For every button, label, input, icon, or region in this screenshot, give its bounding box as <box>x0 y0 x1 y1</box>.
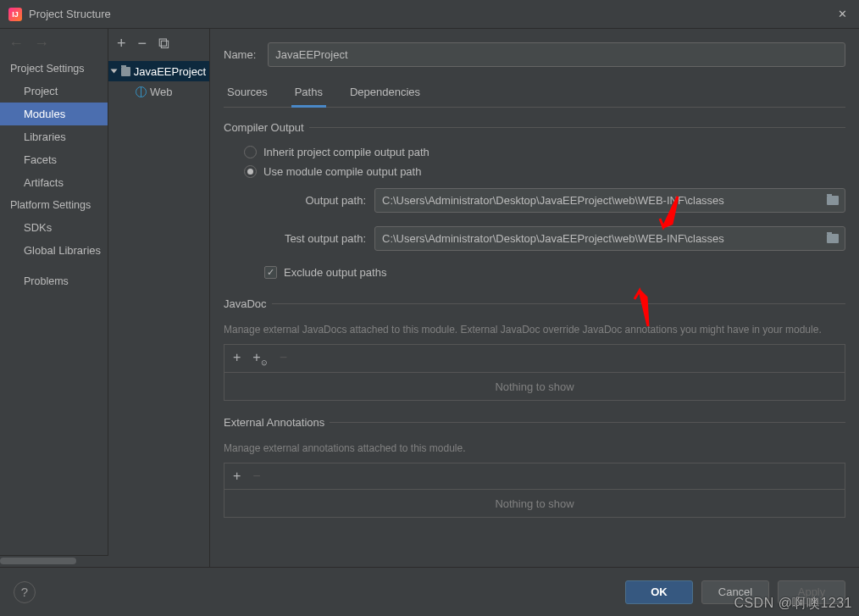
tree-node-root[interactable]: JavaEEProject <box>108 61 209 81</box>
sidebar-item-project[interactable]: Project <box>0 80 108 103</box>
external-annotations-description: Manage external annotations attached to … <box>224 441 845 456</box>
add-url-icon[interactable]: +⊙ <box>252 350 267 367</box>
tree-toolbar: + − ⧉ <box>108 29 209 58</box>
remove-icon[interactable]: − <box>280 350 287 367</box>
main-area: ← → Project Settings Project Modules Lib… <box>0 29 859 567</box>
remove-icon[interactable]: − <box>138 35 147 53</box>
module-tabs: Sources Paths Dependencies <box>224 82 845 108</box>
sidebar-item-sdks[interactable]: SDKs <box>0 216 108 239</box>
tab-dependencies[interactable]: Dependencies <box>346 82 424 107</box>
module-tree: JavaEEProject Web <box>108 58 209 105</box>
ext-annotations-list: Nothing to show <box>224 489 845 518</box>
exclude-output-checkbox[interactable]: ✓ Exclude output paths <box>224 263 845 282</box>
sidebar-heading-project-settings: Project Settings <box>0 58 108 80</box>
sidebar-item-modules[interactable]: Modules <box>0 103 108 125</box>
compiler-output-heading: Compiler Output <box>224 121 845 134</box>
tab-sources[interactable]: Sources <box>224 82 271 107</box>
add-icon[interactable]: + <box>117 35 126 53</box>
tree-node-web[interactable]: Web <box>108 81 209 102</box>
output-path-input[interactable] <box>375 189 821 212</box>
test-output-path-label: Test output path: <box>264 232 366 245</box>
sidebar-item-libraries[interactable]: Libraries <box>0 125 108 148</box>
module-editor: Name: Sources Paths Dependencies Compile… <box>210 29 859 567</box>
sidebar-scrollbar[interactable] <box>0 555 108 567</box>
tree-node-label: JavaEEProject <box>134 65 206 78</box>
browse-icon[interactable] <box>821 227 845 250</box>
settings-sidebar: ← → Project Settings Project Modules Lib… <box>0 29 108 567</box>
add-icon[interactable]: + <box>233 350 241 367</box>
window-title: Project Structure <box>29 8 834 20</box>
history-nav: ← → <box>0 29 108 58</box>
javadoc-heading: JavaDoc <box>224 297 845 310</box>
close-icon[interactable]: ✕ <box>834 8 851 20</box>
radio-module-path[interactable]: Use module compile output path <box>224 162 845 181</box>
external-annotations-heading: External Annotations <box>224 416 845 429</box>
tree-node-label: Web <box>150 86 173 98</box>
sidebar-item-problems[interactable]: Problems <box>0 270 108 292</box>
radio-label: Inherit project compile output path <box>263 146 430 158</box>
web-facet-icon <box>136 86 147 97</box>
checkbox-label: Exclude output paths <box>284 266 386 279</box>
ext-annotations-toolbar: + − <box>224 463 845 489</box>
app-logo-icon: IJ <box>8 8 22 21</box>
radio-icon <box>244 146 257 158</box>
sidebar-item-global-libraries[interactable]: Global Libraries <box>0 239 108 262</box>
module-name-input[interactable] <box>268 42 845 67</box>
remove-icon[interactable]: − <box>252 469 260 484</box>
sidebar-item-artifacts[interactable]: Artifacts <box>0 171 108 194</box>
sidebar-item-facets[interactable]: Facets <box>0 148 108 171</box>
radio-label: Use module compile output path <box>263 165 421 178</box>
browse-icon[interactable] <box>821 189 845 212</box>
forward-icon[interactable]: → <box>34 35 49 53</box>
help-button[interactable]: ? <box>14 581 36 603</box>
name-label: Name: <box>224 48 256 61</box>
javadoc-list: Nothing to show <box>224 372 845 401</box>
add-icon[interactable]: + <box>233 469 241 484</box>
dialog-button-bar: ? OK Cancel Apply <box>0 567 859 616</box>
back-icon[interactable]: ← <box>8 35 24 53</box>
tab-paths[interactable]: Paths <box>291 82 326 108</box>
watermark: CSDN @啊噢1231 <box>734 595 852 613</box>
expand-icon[interactable] <box>111 69 118 74</box>
radio-inherit-path[interactable]: Inherit project compile output path <box>224 142 845 162</box>
ok-button[interactable]: OK <box>625 580 693 604</box>
sidebar-heading-platform-settings: Platform Settings <box>0 194 108 216</box>
titlebar: IJ Project Structure ✕ <box>0 0 859 29</box>
javadoc-toolbar: + +⊙ − <box>224 344 845 372</box>
module-icon <box>121 67 130 76</box>
copy-icon[interactable]: ⧉ <box>158 35 169 53</box>
javadoc-description: Manage external JavaDocs attached to thi… <box>224 322 845 337</box>
checkbox-icon: ✓ <box>264 266 277 279</box>
output-path-label: Output path: <box>264 194 366 207</box>
module-tree-panel: + − ⧉ JavaEEProject Web <box>108 29 210 567</box>
radio-icon <box>244 165 257 178</box>
test-output-path-input[interactable] <box>375 227 821 250</box>
